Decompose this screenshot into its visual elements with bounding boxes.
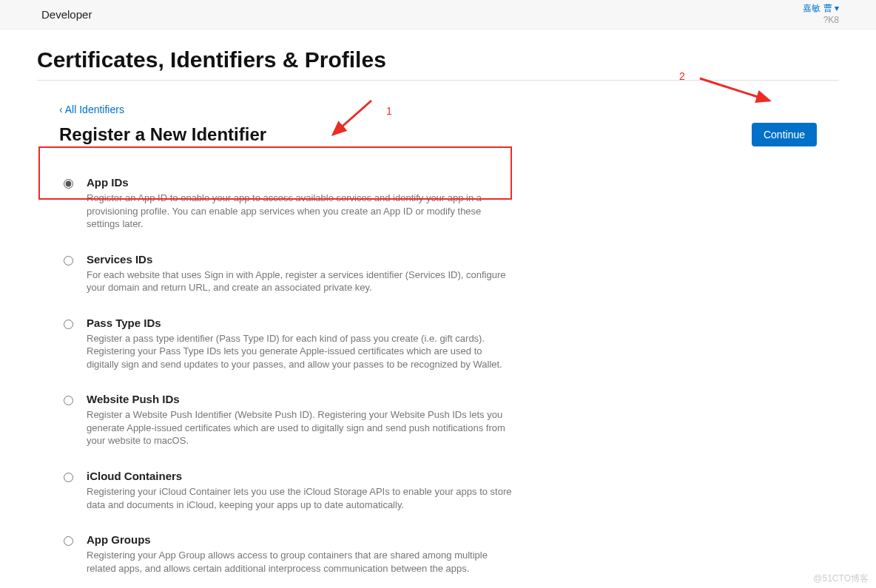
back-all-identifiers-link[interactable]: ‹ All Identifiers [59, 104, 124, 115]
sub-header: Register a New Identifier Continue [59, 123, 817, 146]
option-radio-icloud-containers[interactable] [64, 473, 73, 482]
option-title: Website Push IDs [87, 393, 513, 405]
option-radio-services-ids[interactable] [64, 256, 73, 266]
option-desc: Register a pass type identifier (Pass Ty… [87, 332, 513, 371]
option-services-ids[interactable]: Services IDsFor each website that uses S… [59, 244, 518, 308]
option-desc: Registering your iCloud Container lets y… [87, 485, 513, 511]
account-dropdown-icon[interactable]: ▾ [835, 3, 839, 13]
option-pass-type-ids[interactable]: Pass Type IDsRegister a pass type identi… [59, 308, 518, 385]
option-desc: Registering your App Group allows access… [87, 549, 513, 575]
option-body: App IDsRegister an App ID to enable your… [87, 176, 513, 231]
option-title: App Groups [87, 533, 513, 546]
page-title: Certificates, Identifiers & Profiles [37, 47, 839, 81]
brand-text: Developer [41, 8, 92, 21]
option-body: iCloud ContainersRegistering your iCloud… [87, 470, 513, 511]
content: ‹ All Identifiers Register a New Identif… [37, 81, 839, 588]
option-desc: Register an App ID to enable your app to… [87, 192, 513, 231]
continue-button[interactable]: Continue [752, 123, 817, 146]
page: Certificates, Identifiers & Profiles ‹ A… [0, 30, 876, 588]
option-body: App GroupsRegistering your App Group all… [87, 533, 513, 575]
option-radio-app-groups[interactable] [64, 536, 73, 546]
option-body: Website Push IDsRegister a Website Push … [87, 393, 513, 447]
account-name-link[interactable]: 嘉敏 曹 [803, 3, 832, 13]
option-title: Pass Type IDs [87, 317, 513, 329]
option-radio-website-push-ids[interactable] [64, 396, 73, 405]
topbar: Developer 嘉敏 曹 ▾ ?K8 [0, 0, 876, 30]
option-radio-app-ids[interactable] [64, 179, 73, 189]
option-website-push-ids[interactable]: Website Push IDsRegister a Website Push … [59, 384, 518, 461]
identifier-options: App IDsRegister an App ID to enable your… [59, 167, 817, 588]
brand-area[interactable]: Developer [37, 8, 92, 21]
option-body: Services IDsFor each website that uses S… [87, 253, 513, 294]
sub-title: Register a New Identifier [59, 124, 266, 145]
option-app-groups[interactable]: App GroupsRegistering your App Group all… [59, 524, 518, 588]
option-icloud-containers[interactable]: iCloud ContainersRegistering your iCloud… [59, 461, 518, 524]
option-title: App IDs [87, 176, 513, 189]
option-title: Services IDs [87, 253, 513, 266]
option-radio-pass-type-ids[interactable] [64, 320, 73, 329]
option-body: Pass Type IDsRegister a pass type identi… [87, 317, 513, 371]
watermark: @51CTO博客 [813, 572, 869, 585]
account-area: 嘉敏 曹 ▾ ?K8 [803, 3, 839, 26]
option-app-ids[interactable]: App IDsRegister an App ID to enable your… [59, 167, 518, 244]
option-desc: Register a Website Push Identifier (Webs… [87, 408, 513, 447]
account-id-text: ?K8 [803, 15, 839, 27]
option-desc: For each website that uses Sign in with … [87, 268, 513, 294]
option-title: iCloud Containers [87, 470, 513, 482]
